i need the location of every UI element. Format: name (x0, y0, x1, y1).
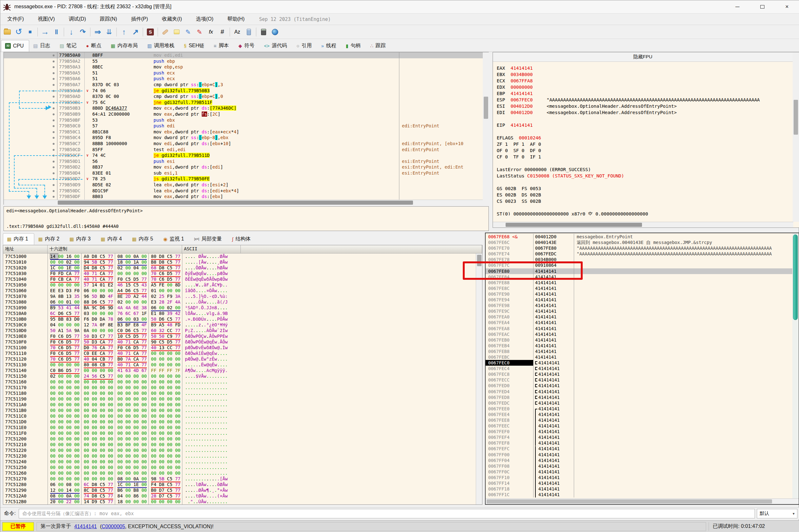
hex-byte[interactable]: 00 (58, 436, 66, 441)
hex-byte[interactable]: 00 (125, 459, 133, 464)
hex-byte[interactable]: D8 (92, 488, 99, 493)
hex-byte[interactable]: C5 (100, 374, 108, 379)
hex-byte[interactable]: 00 (84, 391, 92, 396)
hex-byte[interactable]: 74 (84, 493, 92, 498)
register-line[interactable]: CF 0 TF 0 IF 1 (497, 154, 792, 160)
hexdump-row[interactable]: 77C5122000 00 00 0000 00 00 0000 00 00 0… (3, 448, 482, 453)
hex-byte[interactable]: A5 (159, 322, 167, 327)
hex-byte[interactable]: 00 (84, 408, 92, 413)
hex-byte[interactable]: 00 (74, 419, 79, 424)
hex-byte[interactable]: 00 (142, 260, 147, 265)
hexdump-row[interactable]: 77C510A06C D6 C5 7703 00 00 0076 6C 67 1… (3, 310, 482, 316)
hex-byte[interactable]: FF (167, 368, 175, 373)
hex-byte[interactable]: F6 (84, 317, 92, 322)
hide-fpu-button[interactable]: 隐藏FPU (493, 52, 793, 62)
internet-button[interactable] (270, 26, 280, 37)
hex-byte[interactable]: 00 (125, 476, 133, 481)
hex-byte[interactable]: 00 (167, 465, 175, 470)
hex-byte[interactable]: 14 (92, 282, 99, 287)
hex-byte[interactable]: 00 (175, 425, 181, 430)
hex-byte[interactable]: 00 (100, 448, 108, 453)
hex-byte[interactable]: 00 (151, 448, 159, 453)
hex-byte[interactable]: 00 (175, 362, 181, 367)
hex-byte[interactable]: 00 (117, 374, 125, 379)
hex-byte[interactable]: 00 (74, 436, 79, 441)
hex-byte[interactable]: D6 (125, 328, 133, 333)
hex-byte[interactable]: 00 (142, 254, 147, 259)
register-line[interactable]: EDI 004012D0 <messagebox.OptionalHeader.… (497, 109, 792, 116)
hex-byte[interactable]: 50 (151, 317, 159, 322)
hex-byte[interactable]: 02 (167, 305, 175, 310)
hexdump-row[interactable]: 77C5101000 00 02 0094 5B C5 7718 00 1A 0… (3, 259, 482, 265)
hex-byte[interactable]: 18 (117, 499, 125, 504)
stack-row[interactable]: 0067FE8C41414141 (486, 285, 792, 291)
hex-byte[interactable]: 00 (159, 408, 167, 413)
hex-byte[interactable]: 40 (151, 345, 159, 350)
hex-byte[interactable]: 00 (50, 476, 58, 481)
hex-byte[interactable]: 00 (125, 402, 133, 407)
hex-byte[interactable]: 77 (74, 339, 79, 344)
hex-byte[interactable]: 00 (175, 471, 181, 476)
hex-byte[interactable]: 00 (92, 414, 99, 419)
hex-byte[interactable]: 00 (108, 453, 113, 458)
hex-byte[interactable]: 9A (74, 328, 79, 333)
hex-byte[interactable]: 00 (58, 488, 66, 493)
hex-byte[interactable]: 00 (167, 419, 175, 424)
stack-row[interactable]: 0067FEE841414141 (486, 417, 792, 423)
hex-byte[interactable]: 00 (142, 488, 147, 493)
hex-byte[interactable]: 00 (117, 442, 125, 447)
hex-byte[interactable]: 00 (175, 402, 181, 407)
hex-byte[interactable]: 00 (74, 414, 79, 419)
hexdump-row[interactable]: 77C510709A 8B 13 3596 5D BD 4F8E 2D A2 4… (3, 293, 482, 299)
hex-byte[interactable]: 77 (175, 482, 181, 487)
hex-byte[interactable]: BA (84, 305, 92, 310)
hex-byte[interactable]: 00 (142, 385, 147, 390)
tab-内存布局[interactable]: ▦内存布局 (107, 40, 143, 52)
hexdump-row[interactable]: 77C511D000 00 00 0000 00 00 0000 00 00 0… (3, 419, 482, 424)
hex-byte[interactable]: D5 (66, 339, 74, 344)
hex-byte[interactable]: 86 (133, 493, 142, 498)
tab-内存-5[interactable]: ▦内存 5 (128, 233, 159, 245)
hex-byte[interactable]: 00 (175, 499, 181, 504)
tab-内存-1[interactable]: ▦内存 1 (3, 233, 34, 245)
hex-byte[interactable]: 00 (92, 311, 99, 316)
hex-byte[interactable]: D8 (159, 482, 167, 487)
hex-byte[interactable]: 00 (66, 465, 74, 470)
hex-byte[interactable]: F0 (117, 345, 125, 350)
hex-byte[interactable]: 32 (159, 328, 167, 333)
register-line[interactable]: ES 002B DS 002B (497, 192, 792, 198)
hex-byte[interactable]: 77 (175, 317, 181, 322)
hexdump-row[interactable]: 77C511F000 00 00 0000 00 00 0000 00 00 0… (3, 430, 482, 436)
hex-byte[interactable]: E3 (58, 288, 66, 293)
comment-button[interactable] (171, 26, 182, 37)
hex-byte[interactable]: 63 (125, 368, 133, 373)
hex-byte[interactable]: 2F (167, 300, 175, 304)
hex-byte[interactable]: 00 (100, 379, 108, 384)
hex-byte[interactable]: 02 (66, 260, 74, 265)
tab-源代码[interactable]: <>源代码 (260, 40, 292, 52)
register-line[interactable] (497, 204, 792, 211)
hex-byte[interactable]: 00 (66, 391, 74, 396)
hex-byte[interactable]: EE (50, 288, 58, 293)
hex-byte[interactable]: D7 (159, 488, 167, 493)
hex-byte[interactable]: 00 (133, 391, 142, 396)
hex-byte[interactable]: 35 (74, 294, 79, 299)
hex-byte[interactable]: 00 (151, 465, 159, 470)
hex-byte[interactable]: B6 (117, 488, 125, 493)
hex-byte[interactable]: C5 (167, 488, 175, 493)
hexdump-row[interactable]: 77C51040F0 CB CA 7740 71 CA 77F0 C5 D5 7… (3, 276, 482, 282)
hex-byte[interactable]: 00 (108, 414, 113, 419)
hex-byte[interactable]: 77 (142, 362, 147, 367)
restart-button[interactable]: ↺ (13, 26, 24, 37)
disassembly-hscrollbar[interactable] (4, 200, 483, 205)
hex-byte[interactable]: 28 (159, 300, 167, 304)
hex-byte[interactable]: 77 (108, 357, 113, 362)
hex-byte[interactable]: 00 (58, 391, 66, 396)
hex-byte[interactable]: 00 (142, 300, 147, 304)
register-line[interactable]: ECX 0067FFA8 (497, 78, 792, 84)
stack-row[interactable]: 0067FF1441414141 (486, 480, 792, 486)
register-line[interactable]: EDX 00000000 (497, 84, 792, 90)
hex-byte[interactable]: 22 (66, 499, 74, 504)
hex-byte[interactable]: F0 (50, 277, 58, 282)
hex-byte[interactable]: 00 (92, 402, 99, 407)
